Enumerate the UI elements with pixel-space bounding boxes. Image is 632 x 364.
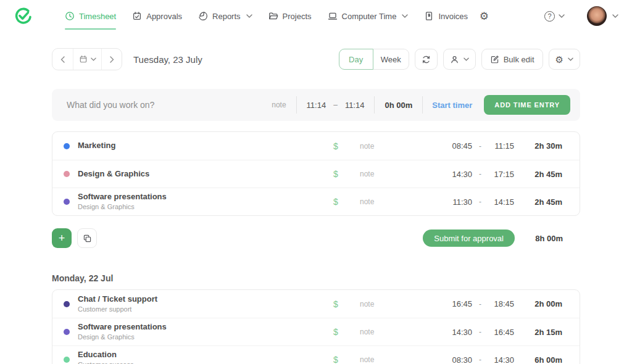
entry-end-time[interactable]: 14:15 (488, 197, 514, 207)
chevron-down-icon (568, 57, 573, 61)
entry-duration[interactable]: 2h 15m (523, 328, 562, 337)
next-day-button[interactable] (101, 49, 122, 70)
nav-label: Reports (212, 12, 241, 21)
time-entry-row[interactable]: Software presentations Design & Graphics… (52, 188, 580, 215)
billable-icon[interactable]: $ (326, 141, 345, 151)
nav-label: Invoices (438, 12, 468, 21)
view-day-button[interactable]: Day (339, 49, 373, 70)
billable-icon[interactable]: $ (326, 327, 345, 337)
entry-title[interactable]: Education (78, 350, 326, 360)
nav-invoices[interactable]: Invoices (416, 0, 476, 32)
entry-title[interactable]: Software presentations (78, 323, 326, 332)
entry-subtitle: Design & Graphics (78, 333, 326, 341)
timesheet-settings-button[interactable]: ⚙ (549, 49, 580, 70)
bulk-edit-button[interactable]: Bulk edit (481, 49, 543, 70)
date-bar-controls: Day Week Bulk edit (339, 49, 580, 70)
nav-timesheet[interactable]: Timesheet (57, 0, 124, 32)
entry-start-time[interactable]: 08:30 (446, 355, 472, 364)
entry-note-field[interactable]: note (272, 101, 286, 109)
entry-note-field[interactable]: note (360, 197, 446, 206)
entry-note-field[interactable]: note (360, 328, 446, 336)
timecamp-logo-icon[interactable] (14, 7, 32, 25)
entry-title[interactable]: Chat / Ticket support (78, 295, 326, 304)
entry-start-time[interactable]: 14:30 (446, 328, 472, 337)
entry-note-field[interactable]: note (360, 170, 446, 178)
entry-title[interactable]: Marketing (78, 141, 326, 151)
entry-start-time[interactable]: 16:45 (446, 299, 472, 308)
entry-end-time[interactable]: 11:15 (488, 141, 514, 151)
entry-note-field[interactable]: note (360, 300, 446, 308)
start-time-field[interactable]: 11:14 (307, 101, 326, 110)
entry-task[interactable]: Software presentations Design & Graphics (78, 192, 326, 211)
entry-duration[interactable]: 6h 00m (523, 355, 562, 364)
nav-right: ⚙ ? (480, 6, 618, 26)
chevron-down-icon (246, 14, 252, 18)
billable-icon[interactable]: $ (326, 299, 345, 309)
entry-duration[interactable]: 2h 45m (523, 170, 562, 179)
entry-duration[interactable]: 2h 30m (523, 141, 562, 151)
help-menu[interactable]: ? (544, 11, 565, 22)
user-menu[interactable] (587, 6, 618, 26)
time-entry-row[interactable]: Chat / Ticket support Customer support $… (52, 290, 580, 318)
time-entry-row[interactable]: Software presentations Design & Graphics… (52, 318, 580, 345)
folder-icon (268, 11, 278, 21)
range-separator: - (472, 197, 488, 206)
date-bar: Tuesday, 23 July Day Week (52, 48, 580, 70)
billable-icon[interactable]: $ (326, 169, 345, 179)
entry-end-time[interactable]: 18:45 (488, 299, 514, 308)
start-timer-link[interactable]: Start timer (423, 101, 481, 110)
entry-end-time[interactable]: 16:45 (488, 328, 514, 337)
nav-projects[interactable]: Projects (260, 0, 320, 32)
nav-computer-time[interactable]: Computer Time (320, 0, 417, 32)
chevron-down-icon (464, 57, 469, 61)
task-name-input[interactable] (67, 100, 272, 110)
submit-for-approval-button[interactable]: Submit for approval (423, 230, 515, 247)
billable-icon[interactable]: $ (326, 355, 345, 364)
person-icon (450, 55, 459, 64)
prev-day-button[interactable] (52, 49, 73, 70)
entry-task[interactable]: Software presentations Design & Graphics (78, 323, 326, 341)
entry-note-field[interactable]: note (360, 355, 446, 364)
entry-title[interactable]: Design & Graphics (78, 170, 326, 179)
settings-gear-icon[interactable]: ⚙ (480, 11, 489, 22)
edit-icon (490, 55, 499, 64)
entry-subtitle: Customer support (78, 305, 326, 313)
add-entry-button[interactable]: + (52, 228, 72, 248)
nav-approvals[interactable]: Approvals (124, 0, 190, 32)
time-entry-row[interactable]: Design & Graphics $ note 14:30 - 17:15 2… (52, 160, 580, 188)
view-week-button[interactable]: Week (373, 49, 409, 70)
project-color-dot (64, 171, 70, 177)
entry-note-field[interactable]: note (360, 142, 446, 151)
copy-icon (83, 234, 92, 243)
entry-task[interactable]: Marketing (78, 141, 326, 151)
time-entry-row[interactable]: Marketing $ note 08:45 - 11:15 2h 30m (52, 132, 580, 160)
nav-reports[interactable]: Reports (190, 0, 260, 32)
range-separator: - (472, 142, 488, 151)
chevron-down-icon (559, 14, 565, 18)
duplicate-day-button[interactable] (77, 228, 97, 248)
entry-end-time[interactable]: 14:30 (488, 355, 514, 364)
billable-icon[interactable]: $ (326, 197, 345, 207)
entry-duration[interactable]: 2h 00m (523, 299, 562, 308)
time-entry-row[interactable]: Education Customer success $ note 08:30 … (52, 345, 580, 364)
entry-start-time[interactable]: 11:30 (446, 197, 472, 207)
entry-task[interactable]: Chat / Ticket support Customer support (78, 295, 326, 313)
entry-title[interactable]: Software presentations (78, 192, 326, 202)
project-color-dot (64, 329, 70, 335)
add-time-entry-button[interactable]: ADD TIME ENTRY (484, 95, 570, 115)
entry-start-time[interactable]: 08:45 (446, 141, 472, 151)
entry-start-time[interactable]: 14:30 (446, 170, 472, 179)
end-time-field[interactable]: 11:14 (345, 101, 365, 110)
entry-subtitle: Design & Graphics (78, 203, 326, 211)
entry-end-time[interactable]: 17:15 (488, 170, 514, 179)
entry-task[interactable]: Education Customer success (78, 350, 326, 364)
date-nav-group (52, 48, 122, 70)
refresh-button[interactable] (415, 49, 438, 70)
entry-duration-field[interactable]: 0h 00m (375, 101, 422, 110)
calendar-picker-button[interactable] (73, 49, 101, 70)
user-filter-button[interactable] (443, 49, 476, 70)
entry-duration[interactable]: 2h 45m (523, 197, 562, 207)
entry-task[interactable]: Design & Graphics (78, 170, 326, 179)
project-color-dot (64, 357, 70, 363)
clock-icon (65, 11, 75, 21)
